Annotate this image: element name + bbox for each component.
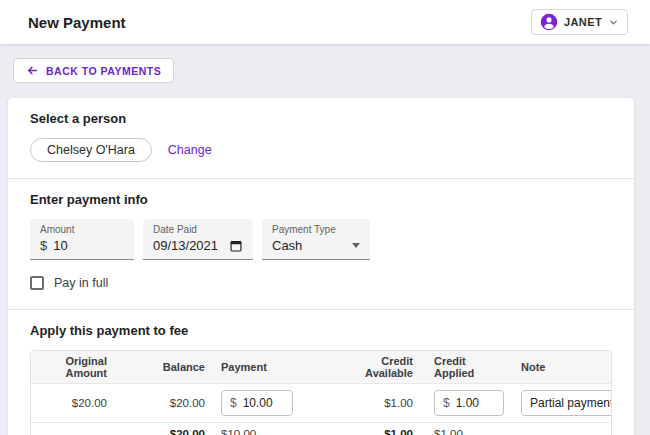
new-payment-card: Select a person Chelsey O'Hara Change En…	[8, 98, 634, 435]
fee-table-row: $20.00 $20.00 $ $1.00 $	[31, 384, 611, 423]
select-person-section: Select a person Chelsey O'Hara Change	[8, 98, 634, 178]
col-note: Note	[504, 357, 611, 377]
total-credit-available: $1.00	[331, 423, 416, 435]
fee-table-totals-row: $20.00 $10.00 $1.00 $1.00	[31, 423, 611, 435]
col-credit-applied: Credit Applied	[416, 351, 504, 383]
fee-table-header-row: Original Amount Balance Payment Credit A…	[31, 351, 611, 384]
calendar-icon[interactable]	[229, 239, 243, 253]
pay-in-full-checkbox[interactable]	[30, 276, 44, 290]
fee-table: Original Amount Balance Payment Credit A…	[30, 350, 612, 435]
user-menu-button[interactable]: JANET	[531, 9, 628, 35]
col-original-amount: Original Amount	[31, 351, 119, 383]
payment-input[interactable]	[243, 396, 284, 410]
pay-in-full-label: Pay in full	[54, 276, 108, 290]
total-credit-applied: $1.00	[416, 423, 504, 435]
col-payment: Payment	[209, 357, 331, 377]
selected-person-chip: Chelsey O'Hara	[30, 138, 152, 162]
date-paid-field[interactable]: Date Paid 09/13/2021	[143, 219, 253, 260]
apply-fee-heading: Apply this payment to fee	[30, 323, 612, 338]
credit-available-cell: $1.00	[331, 391, 416, 415]
original-amount-cell: $20.00	[31, 391, 119, 415]
total-payment: $10.00	[209, 423, 331, 435]
payment-type-select[interactable]: Payment Type Cash	[262, 219, 370, 260]
total-balance: $20.00	[119, 423, 209, 435]
payment-type-value: Cash	[272, 237, 302, 254]
amount-label: Amount	[40, 224, 124, 236]
select-person-heading: Select a person	[30, 111, 612, 126]
person-row: Chelsey O'Hara Change	[30, 138, 612, 162]
payment-fields-row: Amount $ 10 Date Paid 09/13/2021	[30, 219, 612, 260]
page-title: New Payment	[28, 14, 126, 31]
page-content: BACK TO PAYMENTS Select a person Chelsey…	[0, 44, 650, 435]
payment-info-heading: Enter payment info	[30, 192, 612, 207]
change-person-link[interactable]: Change	[168, 143, 212, 157]
back-button-label: BACK TO PAYMENTS	[46, 65, 161, 77]
amount-value: 10	[53, 237, 67, 254]
apply-fee-section: Apply this payment to fee Original Amoun…	[8, 309, 634, 435]
balance-cell: $20.00	[119, 391, 209, 415]
user-avatar-icon	[540, 13, 558, 31]
payment-type-label: Payment Type	[272, 224, 360, 236]
col-credit-available: Credit Available	[331, 351, 416, 383]
user-name: JANET	[564, 16, 602, 28]
credit-applied-input-wrapper[interactable]: $	[434, 390, 504, 416]
arrow-left-icon	[26, 64, 39, 77]
credit-applied-currency-prefix: $	[443, 396, 450, 410]
amount-field[interactable]: Amount $ 10	[30, 219, 134, 260]
date-paid-label: Date Paid	[153, 224, 243, 236]
top-bar: New Payment JANET	[0, 0, 650, 44]
payment-input-wrapper[interactable]: $	[221, 390, 293, 416]
credit-applied-input[interactable]	[456, 396, 495, 410]
chevron-down-icon	[608, 17, 619, 28]
payment-currency-prefix: $	[230, 396, 237, 410]
date-paid-value: 09/13/2021	[153, 237, 218, 254]
payment-info-section: Enter payment info Amount $ 10 Date Paid…	[8, 178, 634, 309]
amount-currency-prefix: $	[40, 237, 47, 254]
pay-in-full-row[interactable]: Pay in full	[30, 276, 108, 290]
caret-down-icon	[352, 243, 360, 248]
back-to-payments-button[interactable]: BACK TO PAYMENTS	[13, 58, 174, 83]
col-balance: Balance	[119, 357, 209, 377]
note-input[interactable]	[521, 390, 612, 416]
